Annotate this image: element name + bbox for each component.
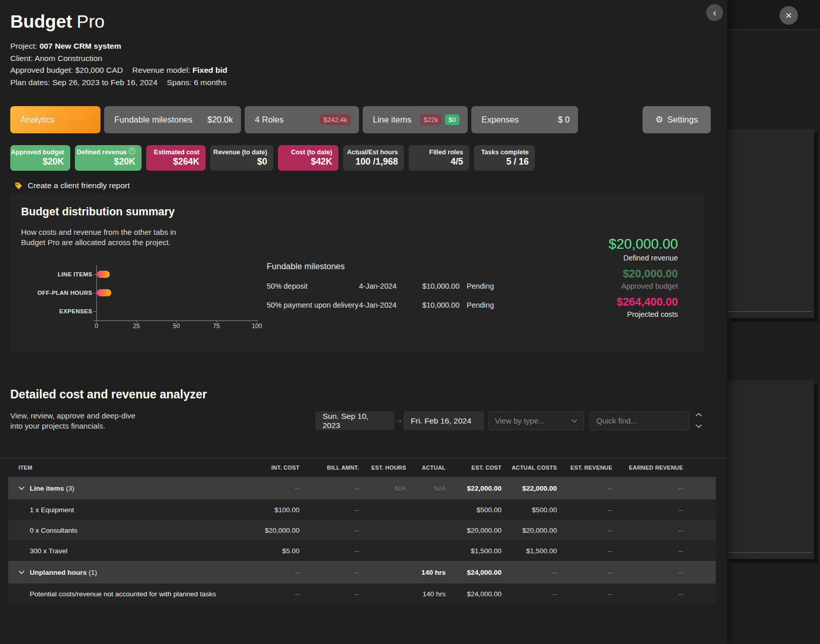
- budget-distribution-panel: Budget distribution summary How costs an…: [10, 193, 704, 352]
- client-name: Anom Construction: [34, 54, 102, 63]
- defined-revenue-label: Defined revenue: [609, 254, 678, 262]
- title-bold: Budget: [10, 11, 72, 31]
- panel-title: Budget distribution summary: [21, 206, 175, 218]
- chevron-down-icon[interactable]: [18, 570, 25, 574]
- close-button[interactable]: ×: [779, 6, 798, 25]
- table-row-travel: 300 x Travel $5.00 -- $1,500.00 $1,500.0…: [8, 540, 716, 561]
- plan-end-date: Feb 16, 2024: [111, 78, 157, 87]
- quick-find-input[interactable]: [590, 411, 689, 430]
- projected-costs-amount: $264,400.00: [609, 296, 678, 309]
- cost-revenue-table: ITEM INT. COST BILL AMNT. EST. HOURS ACT…: [8, 458, 716, 604]
- chip-actual-est-hours: Actual/Est hours 100 /1,968: [343, 145, 404, 171]
- background-panel: [727, 380, 814, 559]
- chart-x-tick: 50: [169, 323, 184, 330]
- chip-cost-to-date: Cost (to date) $42K: [278, 145, 338, 171]
- chart-x-tick: 75: [209, 323, 224, 330]
- title-light: Pro: [77, 11, 105, 31]
- table-group-row-line-items[interactable]: Line items (3) -- -- N/A N/A $22,000.00 …: [8, 477, 716, 499]
- table-group-row-unplanned-hours[interactable]: Unplanned hours (1) -- -- 140 hrs $24,00…: [8, 561, 716, 583]
- line-items-zero-badge: $0: [445, 114, 459, 125]
- collapse-up-button[interactable]: [693, 410, 704, 419]
- revenue-model-value: Fixed bid: [192, 66, 227, 74]
- table-header-row: ITEM INT. COST BILL AMNT. EST. HOURS ACT…: [8, 458, 716, 477]
- tab-analytics[interactable]: Analytics: [10, 106, 101, 133]
- chart-category-label: LINE ITEMS: [33, 271, 92, 277]
- create-report-link[interactable]: Create a client friendly report: [14, 181, 130, 190]
- chip-estimated-cost: Estimated cost $264K: [146, 145, 206, 171]
- budget-distribution-chart: LINE ITEMS OFF-PLAN HOURS EXPENSES: [33, 265, 269, 332]
- chart-bar: [97, 289, 111, 296]
- chip-tasks-complete: Tasks complete 5 / 16: [474, 145, 535, 171]
- tab-roles[interactable]: 4 Roles $242.4k: [245, 106, 359, 133]
- chart-x-tick: 100: [249, 323, 265, 330]
- page-backdrop: ×: [727, 0, 820, 644]
- defined-revenue-amount: $20,000.00: [609, 236, 678, 252]
- approved-budget-amount: $20,000.00: [609, 268, 678, 280]
- chart-category-label: EXPENSES: [33, 308, 92, 314]
- budget-pro-modal: ‹ BudgetPro Project: 007 New CRM system …: [0, 0, 727, 644]
- tab-fundable-milestones[interactable]: Fundable milestones $20.0k: [104, 106, 241, 133]
- plan-dates-line: Plan dates: Sep 26, 2023 to Feb 16, 2024…: [10, 76, 227, 89]
- view-by-type-select[interactable]: View by type...: [488, 411, 584, 430]
- client-line: Client: Anom Construction: [10, 52, 227, 65]
- milestone-row: 50% payment upon delivery 4-Jan-2024 $10…: [267, 301, 513, 309]
- approved-budget-label: Approved budget: [609, 282, 678, 290]
- milestone-amount: $10,000.00: [409, 301, 467, 309]
- date-to-field[interactable]: Fri. Feb 16, 2024: [404, 411, 484, 430]
- chevron-down-icon: [695, 424, 702, 428]
- milestone-status: Pending: [467, 301, 513, 309]
- chart-x-tick: 25: [129, 323, 144, 330]
- background-panel: [727, 129, 814, 318]
- budget-pro-screen: × ‹ BudgetPro Project: 007 New CRM syste…: [0, 0, 820, 644]
- expenses-total: $ 0: [558, 115, 570, 125]
- line-items-cost-badge: $22k: [420, 114, 442, 125]
- tab-line-items[interactable]: Line items $22k $0: [363, 106, 468, 133]
- roles-cost-badge: $242.4k: [320, 114, 351, 125]
- milestone-row: 50% deposit 4-Jan-2024 $10,000.00 Pendin…: [267, 282, 513, 290]
- chevron-down-icon: [571, 419, 577, 423]
- chevron-up-icon: [695, 413, 702, 417]
- spans-value: 6 months: [194, 78, 227, 87]
- milestone-date: 4-Jan-2024: [359, 282, 409, 290]
- chip-defined-revenue: Defined revenue? $20K: [75, 145, 142, 171]
- analyzer-description: View, review, approve and deep-dive into…: [10, 411, 135, 431]
- chart-category-label: OFF-PLAN HOURS: [33, 290, 92, 296]
- chart-bar: [97, 271, 110, 278]
- collapse-down-button[interactable]: [693, 421, 704, 431]
- table-row-consultants: 0 x Consultants $20,000.00 -- $20,000.00…: [8, 520, 716, 540]
- analyzer-title: Detailed cost and revenue analyzer: [10, 388, 207, 401]
- page-title: BudgetPro: [10, 11, 105, 32]
- tag-icon: [14, 182, 23, 190]
- milestones-total: $20.0k: [207, 115, 233, 125]
- collapse-panel-button[interactable]: ‹: [706, 4, 723, 21]
- chip-approved-budget: Approved budget $20K: [10, 145, 70, 171]
- settings-button[interactable]: ⚙ Settings: [643, 106, 711, 133]
- approved-budget-value: $20,000 CAD: [75, 66, 123, 74]
- milestone-amount: $10,000.00: [409, 282, 467, 290]
- chart-x-tick: 0: [89, 323, 104, 330]
- backdrop-header: [727, 0, 820, 30]
- milestone-status: Pending: [467, 282, 513, 290]
- project-meta: Project: 007 New CRM system Client: Anom…: [10, 40, 227, 88]
- budget-line: Approved budget: $20,000 CAD Revenue mod…: [10, 64, 227, 76]
- chart-x-axis: [94, 320, 258, 321]
- milestone-date: 4-Jan-2024: [359, 301, 409, 309]
- plan-start-date: Sep 26, 2023: [52, 78, 99, 87]
- summary-totals: $20,000.00 Defined revenue $20,000.00 Ap…: [609, 236, 678, 324]
- milestones-list-title: Fundable milestones: [267, 261, 513, 271]
- chevron-down-icon[interactable]: [18, 486, 25, 490]
- tab-expenses[interactable]: Expenses $ 0: [471, 106, 578, 133]
- project-line: Project: 007 New CRM system: [10, 40, 227, 52]
- table-row-potential-costs: Potential costs/revenue not accounted fo…: [8, 583, 716, 604]
- fundable-milestones-list: Fundable milestones 50% deposit 4-Jan-20…: [267, 261, 513, 309]
- panel-description: How costs and revenue from the other tab…: [21, 227, 176, 247]
- date-from-field[interactable]: Sun. Sep 10, 2023: [315, 411, 394, 430]
- info-icon[interactable]: ?: [129, 148, 135, 154]
- project-name: 007 New CRM system: [39, 42, 121, 50]
- gear-icon: ⚙: [655, 114, 663, 125]
- projected-costs-label: Projected costs: [609, 310, 678, 318]
- milestone-name: 50% payment upon delivery: [267, 301, 359, 309]
- arrow-right-icon: →: [395, 415, 403, 424]
- milestone-name: 50% deposit: [267, 282, 359, 290]
- chip-revenue-to-date: Revenue (to date) $0: [210, 145, 273, 171]
